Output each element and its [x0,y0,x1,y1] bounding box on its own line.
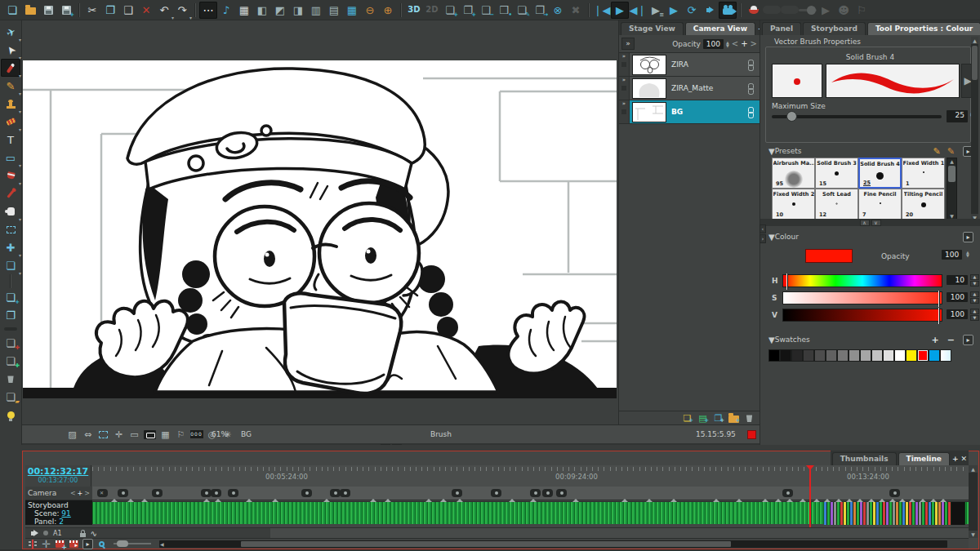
add-bitmap-layer-button[interactable]: ▤+ [696,412,710,424]
preset-tilting-pencil[interactable]: Tilting Pencil20 [902,189,945,220]
hue-spinner[interactable]: ▲▼ [970,274,979,287]
scroll-thumb[interactable] [241,541,731,547]
axes-icon[interactable]: ✛ [111,428,127,442]
transition-marker[interactable] [385,499,391,502]
marquee-select-tool[interactable] [1,220,20,238]
transition-marker[interactable] [857,499,863,502]
swatch-2[interactable] [791,349,803,362]
safe-area-icon[interactable] [96,428,111,442]
layer-transform-tool[interactable]: ❏ [1,256,20,274]
delete-panel-button[interactable] [1,370,20,388]
delete-layer-button[interactable] [742,412,756,424]
thumbnails-view-button[interactable]: ▤ [325,2,343,19]
camera-prev-key-button[interactable]: < [70,490,76,497]
slider-marker[interactable] [786,273,788,290]
prev-layer-button[interactable]: < [732,39,738,48]
timeline-ruler[interactable]: 00:05:24:0000:09:24:0000:13:24:00 [92,465,969,487]
slider-handle[interactable] [786,111,797,122]
transition-marker[interactable] [800,499,806,502]
grid-toggle-icon[interactable]: ▦ [158,428,173,442]
paste-button[interactable]: ❑ [119,2,137,19]
transition-marker[interactable] [670,499,677,502]
move-panel-button[interactable]: ❐→ [531,2,549,19]
tab-timeline[interactable]: Timeline [898,452,950,465]
slider-marker[interactable] [938,291,940,307]
new-brush-icon[interactable]: ✎ [933,146,941,157]
easy-flipping-button[interactable] [745,2,763,19]
new-button[interactable]: ❏ [3,2,21,19]
current-colour-chip[interactable] [747,430,756,439]
scroll-thumb[interactable] [972,46,978,80]
swatch-12[interactable] [906,349,917,362]
new-panel-button[interactable]: ❏+ [441,2,459,19]
swatch-7[interactable] [849,349,860,362]
speaker-icon[interactable] [33,530,38,536]
link-icon[interactable] [748,83,754,94]
transition-marker[interactable] [509,499,515,502]
remove-swatch-button[interactable]: − [947,335,955,345]
add-vector-layer-button[interactable]: ❏+ [680,412,694,424]
swatch-0[interactable] [768,349,780,362]
layer-row-BG[interactable]: »BG [619,100,760,124]
delete-button[interactable]: ✕ [137,2,155,19]
transition-marker[interactable] [572,499,579,502]
swatch-13[interactable] [917,349,929,362]
rectangle-tool[interactable]: ▭ [1,149,20,167]
preset-soft-lead[interactable]: Soft Lead12 [815,189,858,220]
transition-marker[interactable] [762,499,768,502]
colour-opacity-value[interactable]: 100 [942,250,962,260]
swatch-3[interactable] [803,349,814,362]
lock-toggle-icon[interactable] [621,62,626,67]
maximum-size-slider[interactable] [772,115,942,118]
camera-path-icon[interactable]: ⚐ [173,428,189,442]
edit-brush-icon[interactable]: ✎ [947,146,955,157]
save-all-button[interactable]: + [57,2,75,19]
preset-fine-pencil[interactable]: Fine Pencil7 [858,189,902,220]
transition-marker[interactable] [141,499,148,502]
colour-menu-button[interactable]: ▸ [963,232,973,242]
link-icon[interactable] [748,107,754,118]
add-marker-button[interactable]: ✛ [39,539,53,549]
saturation-value[interactable]: 100 [947,292,968,302]
paint-bucket-tool[interactable] [1,167,20,184]
add-layer-button[interactable]: + [741,39,747,48]
rename-panel-button[interactable]: ❏✎ [513,2,531,19]
camera-keyframe[interactable] [452,489,462,497]
light-table-icon[interactable]: ✳ [220,428,235,442]
tab-thumbnails[interactable]: Thumbnails [832,452,897,465]
swatch-6[interactable] [837,349,849,362]
lock-icon[interactable] [80,533,86,537]
camera-mask-icon[interactable] [142,428,158,442]
scroll-thumb[interactable] [948,166,956,182]
transition-marker[interactable] [111,499,118,502]
camera-view-toggle-button[interactable] [719,2,737,19]
flip-tool[interactable]: ✈ [1,23,20,41]
more-tools-button[interactable]: ⋯ [199,2,217,19]
hand-tool[interactable] [1,202,20,220]
transition-marker[interactable] [246,499,252,502]
pan-view-icon[interactable]: ⇔ [80,428,96,442]
scroll-up-icon[interactable]: ▲ [947,158,956,164]
loop-button[interactable]: ⟳ [683,2,701,19]
new-panel-button[interactable]: ❏✚ [1,334,20,352]
reset-view-button[interactable]: ⊗ [549,2,567,19]
sound-toggle-button[interactable] [701,2,719,19]
camera-frame-icon[interactable]: ▭ [127,428,142,442]
value-slider[interactable] [782,309,942,322]
scroll-left-icon[interactable]: ◀ [160,540,164,548]
collapse-arrow-icon[interactable]: ▼ [768,233,775,242]
previous-panel-button[interactable]: ▶ [611,2,629,19]
transition-marker[interactable] [920,499,926,502]
lock-toggle-icon[interactable] [621,109,626,114]
stamp-tool[interactable] [1,95,20,113]
opacity-stepper[interactable]: ▲▼ [726,41,729,47]
timeline-vertical-scrollbar[interactable]: ▲ ▼ [969,465,978,538]
audio-track-header[interactable]: A1 ∿ [25,527,270,538]
transition-marker[interactable] [323,499,330,502]
transition-marker[interactable] [457,499,463,502]
lock-toggle-icon[interactable] [621,86,626,91]
right-panel-splitter[interactable]: ∧ ∨ [760,219,980,226]
duplicate-panel-button[interactable]: ❐+ [459,2,477,19]
camera-keyframe[interactable] [556,489,567,497]
camera-keyframe[interactable] [889,489,900,497]
